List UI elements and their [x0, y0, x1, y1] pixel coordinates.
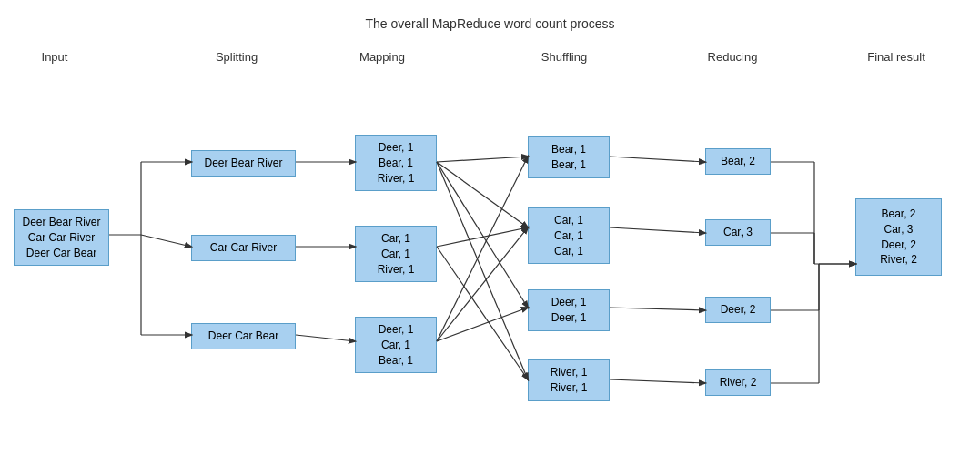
svg-line-9 — [437, 157, 528, 162]
box-input: Deer Bear River Car Car River Deer Car B… — [14, 209, 109, 266]
col-label-mapping: Mapping — [337, 50, 428, 64]
box-shuf4: River, 1 River, 1 — [528, 359, 610, 401]
box-shuf2: Car, 1 Car, 1 Car, 1 — [528, 207, 610, 264]
svg-line-21 — [610, 379, 705, 383]
box-final: Bear, 2 Car, 3 Deer, 2 River, 2 — [855, 198, 942, 276]
svg-line-15 — [437, 228, 528, 341]
col-label-shuffling: Shuffling — [519, 50, 610, 64]
diagram-title: The overall MapReduce word count process — [0, 16, 980, 31]
svg-line-11 — [437, 162, 528, 379]
box-split3: Deer Car Bear — [191, 323, 296, 349]
col-label-final: Final result — [846, 50, 946, 64]
box-map3: Deer, 1 Car, 1 Bear, 1 — [355, 317, 437, 373]
col-label-splitting: Splitting — [182, 50, 291, 64]
svg-line-3 — [141, 235, 191, 247]
box-map1: Deer, 1 Bear, 1 River, 1 — [355, 135, 437, 191]
col-label-reducing: Reducing — [692, 50, 773, 64]
box-split1: Deer Bear River — [191, 150, 296, 177]
svg-line-13 — [437, 247, 528, 379]
svg-line-16 — [437, 308, 528, 341]
svg-line-12 — [437, 228, 528, 247]
col-label-input: Input — [18, 50, 91, 64]
svg-line-19 — [610, 228, 705, 233]
box-red2: Car, 3 — [705, 219, 771, 246]
box-red3: Deer, 2 — [705, 297, 771, 323]
box-red1: Bear, 2 — [705, 148, 771, 175]
svg-line-18 — [610, 157, 705, 162]
svg-line-8 — [296, 335, 355, 341]
svg-line-17 — [437, 162, 528, 308]
arrows-svg — [0, 0, 980, 455]
svg-line-14 — [437, 157, 528, 341]
box-split2: Car Car River — [191, 235, 296, 261]
svg-line-10 — [437, 162, 528, 228]
diagram-container: The overall MapReduce word count process… — [0, 0, 980, 455]
box-shuf1: Bear, 1 Bear, 1 — [528, 136, 610, 178]
box-map2: Car, 1 Car, 1 River, 1 — [355, 226, 437, 282]
svg-line-20 — [610, 308, 705, 310]
box-red4: River, 2 — [705, 369, 771, 396]
box-shuf3: Deer, 1 Deer, 1 — [528, 289, 610, 331]
